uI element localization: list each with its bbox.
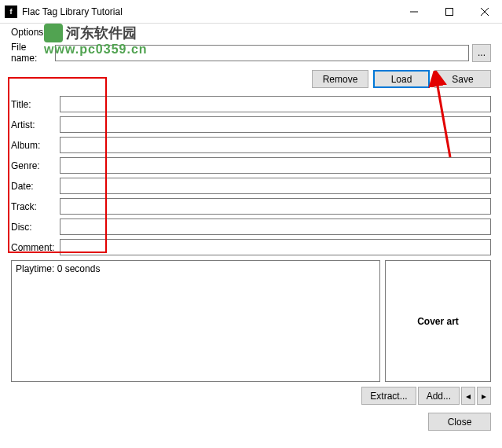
options-menu[interactable]: Options (11, 27, 55, 38)
disc-input[interactable] (60, 218, 491, 235)
maximize-button[interactable] (431, 0, 467, 23)
disc-label: Disc: (11, 222, 60, 233)
cover-art-box: Cover art (385, 260, 491, 382)
title-label: Title: (11, 99, 60, 110)
close-button[interactable]: Close (428, 413, 491, 431)
track-label: Track: (11, 201, 60, 212)
comment-label: Comment: (11, 242, 60, 253)
track-input[interactable] (60, 198, 491, 215)
cover-art-label: Cover art (417, 316, 459, 327)
title-input[interactable] (60, 96, 491, 112)
window-title: Flac Tag Library Tutorial (22, 6, 396, 17)
load-button[interactable]: Load (373, 70, 430, 88)
genre-input[interactable] (60, 157, 491, 174)
filename-input[interactable] (55, 45, 469, 61)
playtime-textarea[interactable]: Playtime: 0 seconds (11, 260, 380, 382)
album-label: Album: (11, 140, 60, 151)
window-close-button[interactable] (467, 0, 502, 23)
next-cover-button[interactable]: ▸ (477, 387, 491, 405)
date-label: Date: (11, 181, 60, 192)
window-controls (396, 0, 502, 23)
playtime-text: Playtime: 0 seconds (16, 263, 100, 274)
filename-label: File name: (11, 42, 55, 64)
browse-button[interactable]: ... (472, 44, 491, 62)
remove-button[interactable]: Remove (312, 70, 368, 88)
extract-button[interactable]: Extract... (361, 387, 416, 405)
svg-rect-1 (445, 8, 453, 15)
save-button[interactable]: Save (434, 70, 491, 88)
app-icon: f (5, 6, 17, 18)
prev-cover-button[interactable]: ◂ (461, 387, 475, 405)
titlebar: f Flac Tag Library Tutorial (0, 0, 502, 24)
add-cover-button[interactable]: Add... (418, 387, 460, 405)
comment-input[interactable] (60, 239, 491, 255)
artist-label: Artist: (11, 119, 60, 130)
artist-input[interactable] (60, 116, 491, 133)
menu-bar: Options (11, 27, 491, 38)
album-input[interactable] (60, 137, 491, 153)
genre-label: Genre: (11, 160, 60, 171)
minimize-button[interactable] (396, 0, 431, 23)
date-input[interactable] (60, 178, 491, 194)
